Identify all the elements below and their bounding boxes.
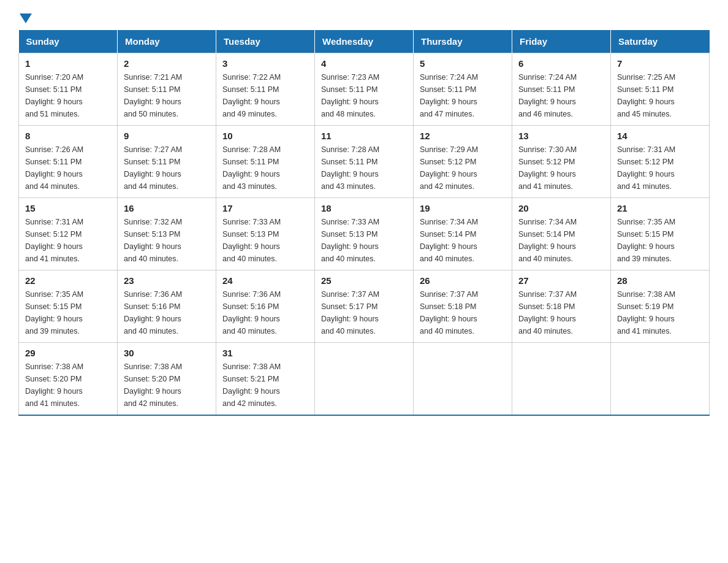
calendar-cell: 24Sunrise: 7:36 AMSunset: 5:16 PMDayligh… xyxy=(216,270,315,343)
day-info: Sunrise: 7:24 AMSunset: 5:11 PMDaylight:… xyxy=(420,71,506,120)
calendar-cell: 28Sunrise: 7:38 AMSunset: 5:19 PMDayligh… xyxy=(611,270,710,343)
calendar-header: SundayMondayTuesdayWednesdayThursdayFrid… xyxy=(19,30,710,53)
calendar-cell: 11Sunrise: 7:28 AMSunset: 5:11 PMDayligh… xyxy=(315,126,414,198)
day-number: 13 xyxy=(518,131,604,141)
calendar-cell: 16Sunrise: 7:32 AMSunset: 5:13 PMDayligh… xyxy=(118,198,216,270)
day-info: Sunrise: 7:36 AMSunset: 5:16 PMDaylight:… xyxy=(222,288,308,337)
day-number: 7 xyxy=(617,58,703,69)
calendar-cell: 31Sunrise: 7:38 AMSunset: 5:21 PMDayligh… xyxy=(216,343,315,416)
day-info: Sunrise: 7:33 AMSunset: 5:13 PMDaylight:… xyxy=(222,216,308,265)
week-row-1: 1Sunrise: 7:20 AMSunset: 5:11 PMDaylight… xyxy=(19,53,710,126)
weekday-header-sunday: Sunday xyxy=(19,30,118,53)
day-info: Sunrise: 7:34 AMSunset: 5:14 PMDaylight:… xyxy=(420,216,506,265)
day-number: 3 xyxy=(222,58,308,69)
weekday-header-wednesday: Wednesday xyxy=(315,30,414,53)
calendar-cell: 6Sunrise: 7:24 AMSunset: 5:11 PMDaylight… xyxy=(512,53,611,126)
day-number: 9 xyxy=(124,131,210,141)
day-number: 25 xyxy=(321,275,407,286)
day-info: Sunrise: 7:22 AMSunset: 5:11 PMDaylight:… xyxy=(222,71,308,120)
day-info: Sunrise: 7:26 AMSunset: 5:11 PMDaylight:… xyxy=(25,144,111,193)
day-number: 20 xyxy=(518,203,604,213)
weekday-header-saturday: Saturday xyxy=(611,30,710,53)
day-info: Sunrise: 7:38 AMSunset: 5:19 PMDaylight:… xyxy=(617,288,703,337)
day-number: 16 xyxy=(124,203,210,213)
day-info: Sunrise: 7:31 AMSunset: 5:12 PMDaylight:… xyxy=(617,144,703,193)
calendar-cell: 7Sunrise: 7:25 AMSunset: 5:11 PMDaylight… xyxy=(611,53,710,126)
calendar-cell: 13Sunrise: 7:30 AMSunset: 5:12 PMDayligh… xyxy=(512,126,611,198)
day-info: Sunrise: 7:24 AMSunset: 5:11 PMDaylight:… xyxy=(518,71,604,120)
day-number: 28 xyxy=(617,275,703,286)
day-number: 19 xyxy=(420,203,506,213)
calendar-cell: 10Sunrise: 7:28 AMSunset: 5:11 PMDayligh… xyxy=(216,126,315,198)
day-number: 11 xyxy=(321,131,407,141)
calendar-cell: 3Sunrise: 7:22 AMSunset: 5:11 PMDaylight… xyxy=(216,53,315,126)
weekday-header-monday: Monday xyxy=(118,30,216,53)
calendar-cell: 26Sunrise: 7:37 AMSunset: 5:18 PMDayligh… xyxy=(414,270,512,343)
day-number: 12 xyxy=(420,131,506,141)
week-row-5: 29Sunrise: 7:38 AMSunset: 5:20 PMDayligh… xyxy=(19,343,710,416)
day-info: Sunrise: 7:38 AMSunset: 5:20 PMDaylight:… xyxy=(124,361,210,410)
calendar-cell: 9Sunrise: 7:27 AMSunset: 5:11 PMDaylight… xyxy=(118,126,216,198)
day-info: Sunrise: 7:21 AMSunset: 5:11 PMDaylight:… xyxy=(124,71,210,120)
calendar-body: 1Sunrise: 7:20 AMSunset: 5:11 PMDaylight… xyxy=(19,53,710,416)
day-number: 22 xyxy=(25,275,111,286)
day-info: Sunrise: 7:38 AMSunset: 5:21 PMDaylight:… xyxy=(222,361,308,410)
day-info: Sunrise: 7:27 AMSunset: 5:11 PMDaylight:… xyxy=(124,144,210,193)
day-number: 23 xyxy=(124,275,210,286)
day-number: 15 xyxy=(25,203,111,213)
calendar-cell: 14Sunrise: 7:31 AMSunset: 5:12 PMDayligh… xyxy=(611,126,710,198)
day-info: Sunrise: 7:29 AMSunset: 5:12 PMDaylight:… xyxy=(420,144,506,193)
day-number: 18 xyxy=(321,203,407,213)
day-number: 30 xyxy=(124,348,210,358)
day-info: Sunrise: 7:37 AMSunset: 5:18 PMDaylight:… xyxy=(518,288,604,337)
week-row-4: 22Sunrise: 7:35 AMSunset: 5:15 PMDayligh… xyxy=(19,270,710,343)
page-header xyxy=(18,12,710,21)
day-number: 14 xyxy=(617,131,703,141)
day-number: 26 xyxy=(420,275,506,286)
weekday-header-thursday: Thursday xyxy=(414,30,512,53)
calendar-cell: 5Sunrise: 7:24 AMSunset: 5:11 PMDaylight… xyxy=(414,53,512,126)
calendar-cell: 29Sunrise: 7:38 AMSunset: 5:20 PMDayligh… xyxy=(19,343,118,416)
calendar-cell: 23Sunrise: 7:36 AMSunset: 5:16 PMDayligh… xyxy=(118,270,216,343)
day-number: 27 xyxy=(518,275,604,286)
day-number: 29 xyxy=(25,348,111,358)
day-number: 5 xyxy=(420,58,506,69)
calendar-cell xyxy=(512,343,611,416)
calendar-table: SundayMondayTuesdayWednesdayThursdayFrid… xyxy=(18,30,710,416)
day-number: 10 xyxy=(222,131,308,141)
day-number: 31 xyxy=(222,348,308,358)
day-info: Sunrise: 7:20 AMSunset: 5:11 PMDaylight:… xyxy=(25,71,111,120)
calendar-cell: 4Sunrise: 7:23 AMSunset: 5:11 PMDaylight… xyxy=(315,53,414,126)
calendar-cell: 12Sunrise: 7:29 AMSunset: 5:12 PMDayligh… xyxy=(414,126,512,198)
calendar-cell: 19Sunrise: 7:34 AMSunset: 5:14 PMDayligh… xyxy=(414,198,512,270)
day-info: Sunrise: 7:30 AMSunset: 5:12 PMDaylight:… xyxy=(518,144,604,193)
day-info: Sunrise: 7:38 AMSunset: 5:20 PMDaylight:… xyxy=(25,361,111,410)
calendar-cell: 27Sunrise: 7:37 AMSunset: 5:18 PMDayligh… xyxy=(512,270,611,343)
day-info: Sunrise: 7:31 AMSunset: 5:12 PMDaylight:… xyxy=(25,216,111,265)
day-number: 24 xyxy=(222,275,308,286)
day-info: Sunrise: 7:36 AMSunset: 5:16 PMDaylight:… xyxy=(124,288,210,337)
weekday-header-friday: Friday xyxy=(512,30,611,53)
week-row-2: 8Sunrise: 7:26 AMSunset: 5:11 PMDaylight… xyxy=(19,126,710,198)
day-number: 17 xyxy=(222,203,308,213)
day-info: Sunrise: 7:32 AMSunset: 5:13 PMDaylight:… xyxy=(124,216,210,265)
day-number: 2 xyxy=(124,58,210,69)
day-info: Sunrise: 7:28 AMSunset: 5:11 PMDaylight:… xyxy=(222,144,308,193)
calendar-cell: 20Sunrise: 7:34 AMSunset: 5:14 PMDayligh… xyxy=(512,198,611,270)
day-info: Sunrise: 7:37 AMSunset: 5:18 PMDaylight:… xyxy=(420,288,506,337)
calendar-cell: 25Sunrise: 7:37 AMSunset: 5:17 PMDayligh… xyxy=(315,270,414,343)
logo-arrow-icon xyxy=(20,13,32,23)
day-number: 8 xyxy=(25,131,111,141)
day-number: 4 xyxy=(321,58,407,69)
day-info: Sunrise: 7:28 AMSunset: 5:11 PMDaylight:… xyxy=(321,144,407,193)
day-info: Sunrise: 7:25 AMSunset: 5:11 PMDaylight:… xyxy=(617,71,703,120)
calendar-cell: 17Sunrise: 7:33 AMSunset: 5:13 PMDayligh… xyxy=(216,198,315,270)
calendar-cell: 22Sunrise: 7:35 AMSunset: 5:15 PMDayligh… xyxy=(19,270,118,343)
day-info: Sunrise: 7:35 AMSunset: 5:15 PMDaylight:… xyxy=(617,216,703,265)
day-info: Sunrise: 7:33 AMSunset: 5:13 PMDaylight:… xyxy=(321,216,407,265)
calendar-cell: 15Sunrise: 7:31 AMSunset: 5:12 PMDayligh… xyxy=(19,198,118,270)
day-info: Sunrise: 7:35 AMSunset: 5:15 PMDaylight:… xyxy=(25,288,111,337)
calendar-cell: 2Sunrise: 7:21 AMSunset: 5:11 PMDaylight… xyxy=(118,53,216,126)
calendar-cell: 21Sunrise: 7:35 AMSunset: 5:15 PMDayligh… xyxy=(611,198,710,270)
day-info: Sunrise: 7:37 AMSunset: 5:17 PMDaylight:… xyxy=(321,288,407,337)
